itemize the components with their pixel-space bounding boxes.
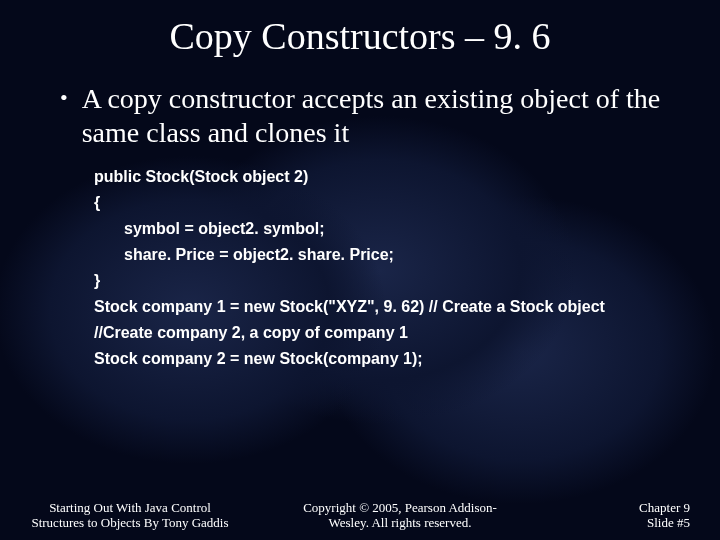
slide-title: Copy Constructors – 9. 6 <box>0 0 720 58</box>
footer-left: Starting Out With Java Control Structure… <box>30 500 230 530</box>
code-line: share. Price = object2. share. Price; <box>124 242 680 268</box>
code-line: symbol = object2. symbol; <box>124 216 680 242</box>
bullet-text: A copy constructor accepts an existing o… <box>82 82 680 150</box>
slide-footer: Starting Out With Java Control Structure… <box>0 500 720 530</box>
code-line: Stock company 1 = new Stock("XYZ", 9. 62… <box>94 294 680 320</box>
code-line: public Stock(Stock object 2) <box>94 164 680 190</box>
code-line: } <box>94 268 680 294</box>
code-line: Stock company 2 = new Stock(company 1); <box>94 346 680 372</box>
footer-slide-number: Slide #5 <box>570 515 690 530</box>
footer-right: Chapter 9 Slide #5 <box>570 500 690 530</box>
code-block: public Stock(Stock object 2) { symbol = … <box>94 164 680 372</box>
footer-center: Copyright © 2005, Pearson Addison-Wesley… <box>290 500 510 530</box>
bullet-item: • A copy constructor accepts an existing… <box>60 82 680 150</box>
code-line: { <box>94 190 680 216</box>
footer-chapter: Chapter 9 <box>570 500 690 515</box>
bullet-marker: • <box>60 82 68 114</box>
code-line: //Create company 2, a copy of company 1 <box>94 320 680 346</box>
slide-content: • A copy constructor accepts an existing… <box>0 58 720 372</box>
